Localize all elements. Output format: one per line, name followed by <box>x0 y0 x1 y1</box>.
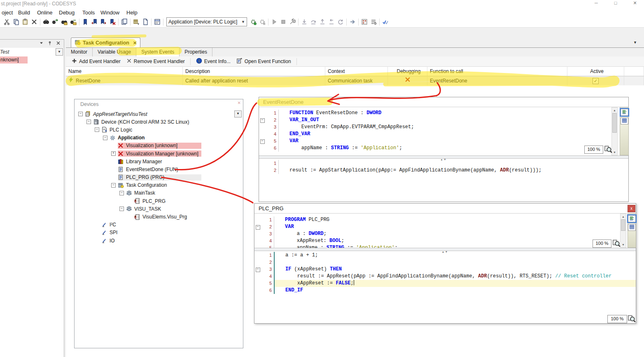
declaration-editor[interactable]: 1FUNCTION EventResetDone : DWORD−2VAR_IN… <box>259 107 611 155</box>
caret-down-icon[interactable] <box>39 41 44 47</box>
code-line-2[interactable]: −2VAR_IN_OUT <box>259 117 611 124</box>
code-text[interactable]: appName : STRING := 'Application'; <box>278 145 611 152</box>
code-text[interactable] <box>274 259 636 266</box>
tree-expander[interactable]: − <box>95 127 99 132</box>
col-debugging[interactable]: Debugging <box>388 67 427 76</box>
code-text[interactable]: a : DWORD; <box>274 230 620 237</box>
code-text[interactable] <box>278 160 628 167</box>
tree-expander[interactable]: − <box>111 183 116 188</box>
left-panel-combo[interactable]: Test ▼ <box>0 48 64 56</box>
active-application-selector[interactable]: Application [Device: PLC Logic] ▼ <box>166 17 247 26</box>
code-line-1[interactable]: 1 <box>259 160 628 167</box>
chevron-down-icon[interactable]: ▼ <box>56 48 63 56</box>
zoom-level[interactable]: 100 % <box>584 146 603 154</box>
tree-dropdown-icon[interactable]: ▼ <box>234 110 242 117</box>
row-resetdone-function[interactable]: EventResetDone <box>427 76 567 85</box>
tree-item-maintask[interactable]: −MainTask <box>75 189 243 197</box>
code-text[interactable]: xAppReset: BOOL; <box>274 237 620 244</box>
code-line-1[interactable]: 1FUNCTION EventResetDone : DWORD <box>259 110 611 117</box>
row-resetdone-name[interactable]: ResetDone <box>66 76 183 85</box>
zoom-icon[interactable] <box>612 239 621 249</box>
replace-icon[interactable] <box>51 18 60 26</box>
table-view-button[interactable] <box>621 117 628 124</box>
code-text[interactable]: VAR <box>278 138 611 145</box>
step-over-icon[interactable] <box>309 18 318 26</box>
menu-online[interactable]: Online <box>35 9 54 16</box>
goto-icon[interactable] <box>348 18 357 26</box>
delete-icon[interactable] <box>30 18 39 26</box>
event-info-button[interactable]: i Event Info... <box>194 57 232 66</box>
code-text[interactable]: END_IF <box>274 287 636 294</box>
tree-expander[interactable]: − <box>78 112 83 116</box>
active-checkbox[interactable]: ✓ <box>593 78 599 84</box>
tree-item-io[interactable]: IO <box>75 237 243 244</box>
text-view-button[interactable] <box>621 109 628 116</box>
login-gear-icon[interactable] <box>249 18 258 26</box>
bookmark-clear-icon[interactable] <box>108 18 117 26</box>
code-text[interactable]: VAR <box>274 223 620 230</box>
col-name[interactable]: Name <box>66 67 183 76</box>
code-line-5[interactable]: 5 xAppReset := FALSE; <box>254 280 636 287</box>
tab-close-icon[interactable]: ✕ <box>133 40 137 46</box>
editor-title-bar[interactable]: EventResetDone <box>259 97 628 107</box>
tree-item-device-kch-control-arm-32-sc-linux[interactable]: −Device (KCH Control ARM 32 SC Linux) <box>75 118 243 126</box>
new-doc-icon[interactable] <box>141 18 150 26</box>
code-text[interactable]: FUNCTION EventResetDone : DWORD <box>278 110 611 117</box>
code-line-5[interactable]: −5VAR <box>259 138 611 145</box>
col-active[interactable]: Active <box>567 67 624 76</box>
bookmark-next-icon[interactable] <box>99 18 108 26</box>
code-line-1[interactable]: 1PROGRAM PLC_PRG <box>254 216 620 223</box>
close-icon[interactable] <box>56 41 61 47</box>
menu-window[interactable]: Window <box>99 9 121 16</box>
editor-title-bar[interactable]: PLC_PRG x <box>254 204 636 214</box>
code-line-1[interactable]: 1a := a + 1; <box>254 252 636 259</box>
code-text[interactable]: EventPrm: CmpApp.EVTPARAM_CmpAppReset; <box>278 124 611 131</box>
tree-item-plc-prg-prg[interactable]: PLC_PRG (PRG) <box>75 174 243 181</box>
code-line-2[interactable]: −2VAR <box>254 223 620 230</box>
step-into-icon[interactable] <box>300 18 309 26</box>
binoculars-gold-icon[interactable] <box>60 18 69 26</box>
step-out-icon[interactable] <box>318 18 327 26</box>
declaration-editor[interactable]: 1PROGRAM PLC_PRG−2VAR3 a : DWORD;4 xAppR… <box>254 214 620 248</box>
code-text[interactable]: END_VAR <box>278 131 611 138</box>
tree-item-spi[interactable]: SPI <box>75 229 243 237</box>
vertical-scrollbar[interactable]: ▲ ▼ <box>611 107 618 155</box>
text-view-button[interactable] <box>628 215 636 222</box>
code-line-6[interactable]: 6 appName : STRING := 'Application'; <box>259 145 611 152</box>
code-line-4[interactable]: 4 result := AppReset(pApp := AppFindAppl… <box>254 273 636 280</box>
code-line-6[interactable]: 6END_IF <box>254 287 636 294</box>
tree-item-visuelems-visu-prg[interactable]: VisuElems.Visu_Prg <box>75 213 243 221</box>
run-icon[interactable] <box>270 18 279 26</box>
code-text[interactable]: xAppReset := FALSE; <box>274 280 636 287</box>
fold-toggle[interactable]: − <box>254 266 261 273</box>
code-line-3[interactable]: 3 a : DWORD; <box>254 230 620 237</box>
col-context[interactable]: Context <box>325 67 388 76</box>
tree-item-plc-logic[interactable]: −PLC Logic <box>75 126 243 134</box>
code-text[interactable]: result := AppStartApplication(pApp:= App… <box>278 167 628 174</box>
binoculars-icon[interactable] <box>42 18 51 26</box>
zoom-level[interactable]: 100 % <box>593 240 611 248</box>
code-line-2[interactable]: 2result := AppStartApplication(pApp:= Ap… <box>259 167 628 174</box>
scroll-thumb[interactable] <box>612 113 617 133</box>
scroll-thumb[interactable] <box>621 219 625 231</box>
add-event-handler-button[interactable]: Add Event Handler <box>70 57 122 66</box>
stop-icon[interactable] <box>279 18 288 26</box>
refresh-icon[interactable] <box>336 18 345 26</box>
logout-gear-icon[interactable] <box>258 18 267 26</box>
tree-item-eventresetdone-fun[interactable]: EventResetDone (FUN) <box>75 165 243 173</box>
tab-overflow-icon[interactable]: ▼ <box>633 40 637 45</box>
tab-monitor[interactable]: Monitor <box>66 48 93 57</box>
code-text[interactable]: VAR_IN_OUT <box>278 117 611 124</box>
bookmark-prev-icon[interactable] <box>90 18 99 26</box>
fold-toggle[interactable]: − <box>259 138 266 145</box>
calendar-icon[interactable] <box>153 18 162 26</box>
paste-icon[interactable] <box>21 18 30 26</box>
tree-expander[interactable]: + <box>111 151 116 156</box>
zoom-icon[interactable] <box>604 145 612 155</box>
code-line-4[interactable]: 4 xAppReset: BOOL; <box>254 237 620 244</box>
syntax-check-icon[interactable] <box>381 18 390 26</box>
fold-toggle[interactable]: − <box>254 223 261 230</box>
maximize-button[interactable]: □ <box>609 0 622 6</box>
tree-item-visualization-manager-unknown[interactable]: +Visualization Manager [unknown] <box>75 150 243 157</box>
vertical-scrollbar[interactable]: ▲ ▼ <box>620 214 626 248</box>
